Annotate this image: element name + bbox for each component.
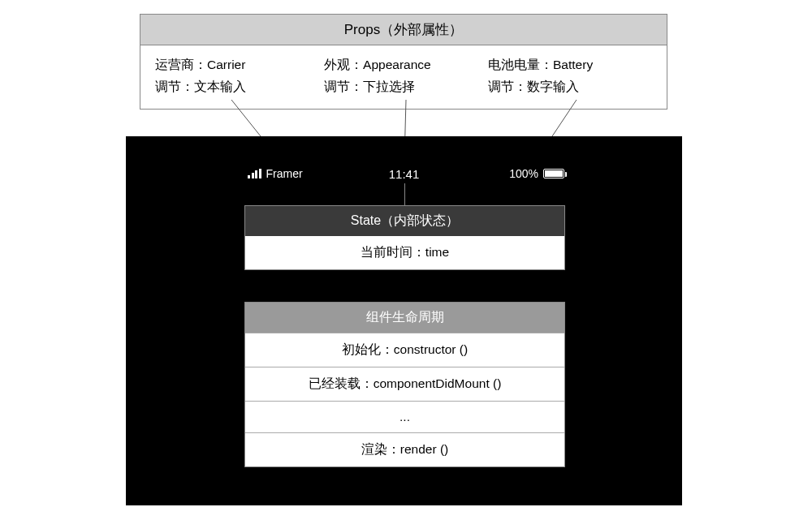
props-battery-control: 调节：数字输入 [488, 75, 652, 97]
status-bar-left: Framer [248, 167, 303, 180]
signal-icon [248, 169, 261, 178]
props-carrier-label: 运营商：Carrier [155, 54, 324, 75]
props-battery-label: 电池电量：Battery [488, 54, 652, 75]
state-header: State（内部状态） [245, 206, 564, 236]
props-panel: Props（外部属性） 运营商：Carrier 调节：文本输入 外观：Appea… [140, 14, 667, 110]
battery-icon [543, 169, 564, 178]
state-body: 当前时间：time [245, 236, 564, 269]
carrier-label: Framer [266, 167, 303, 180]
props-body: 运营商：Carrier 调节：文本输入 外观：Appearance 调节：下拉选… [140, 45, 667, 109]
status-bar-right: 100% [509, 167, 564, 180]
phone-panel: Framer 11:41 100% State（内部状态） 当前时间：time … [126, 136, 682, 505]
lifecycle-row-mount: 已经装载：componentDidMount () [245, 367, 564, 401]
lifecycle-row-constructor: 初始化：constructor () [245, 333, 564, 367]
status-bar-time: 11:41 [389, 167, 420, 181]
props-col-carrier: 运营商：Carrier 调节：文本输入 [155, 54, 324, 97]
lifecycle-row-ellipsis: ... [245, 401, 564, 432]
battery-percent: 100% [509, 167, 538, 180]
props-header: Props（外部属性） [140, 15, 667, 45]
props-appearance-control: 调节：下拉选择 [324, 75, 488, 97]
props-col-appearance: 外观：Appearance 调节：下拉选择 [324, 54, 488, 97]
status-bar: Framer 11:41 100% [126, 162, 682, 185]
lifecycle-panel: 组件生命周期 初始化：constructor () 已经装载：component… [244, 302, 565, 467]
props-carrier-control: 调节：文本输入 [155, 75, 324, 97]
time-to-state-line [404, 183, 405, 205]
props-col-battery: 电池电量：Battery 调节：数字输入 [488, 54, 652, 97]
lifecycle-header: 组件生命周期 [245, 303, 564, 333]
props-appearance-label: 外观：Appearance [324, 54, 488, 75]
lifecycle-row-render: 渲染：render () [245, 432, 564, 466]
state-panel: State（内部状态） 当前时间：time [244, 205, 565, 270]
